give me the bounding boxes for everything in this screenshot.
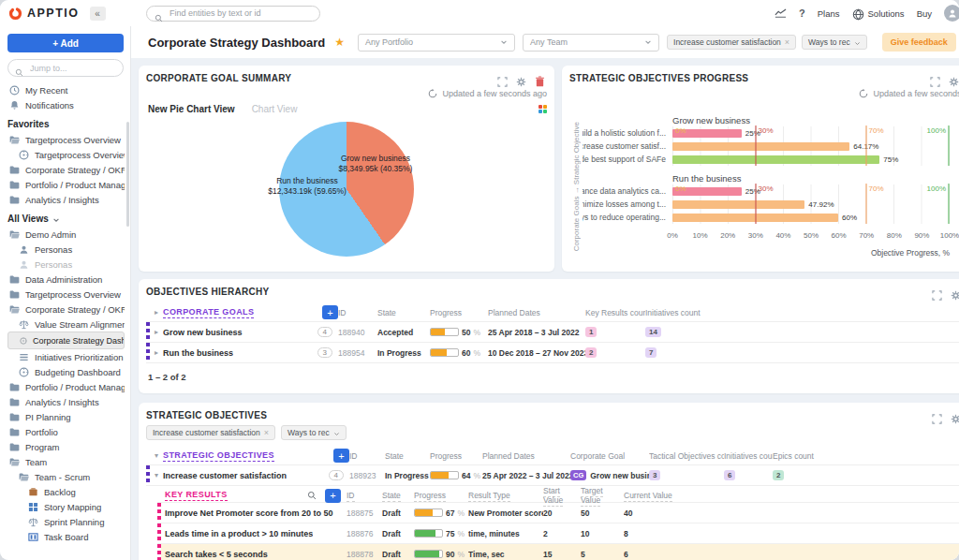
gear-icon[interactable] — [949, 74, 959, 84]
sidebar-item-program[interactable]: Program — [7, 439, 125, 454]
strategic-objectives-link[interactable]: STRATEGIC OBJECTIVES — [163, 450, 274, 462]
expand-icon[interactable] — [930, 74, 940, 84]
search-icon[interactable] — [307, 491, 317, 500]
sidebar-item-team-scrum[interactable]: Team - Scrum — [7, 469, 125, 484]
expand-icon[interactable] — [932, 287, 942, 298]
close-icon[interactable]: × — [264, 429, 269, 437]
column-header-tactical-objectives-count[interactable]: Tactical Objectives count — [649, 451, 724, 461]
column-header-state[interactable]: State — [382, 491, 414, 500]
jump-to-search[interactable] — [7, 59, 124, 77]
solutions-link[interactable]: Solutions — [852, 8, 905, 19]
sidebar-item-portfolio-product-manage[interactable]: Portfolio / Product Manage... — [7, 379, 125, 394]
gear-icon[interactable] — [951, 287, 959, 298]
sidebar-item-data-administration[interactable]: Data Administration — [7, 272, 125, 287]
key-result-row-search-takes-5-seconds[interactable]: Search takes < 5 seconds 188878 Draft 90… — [157, 544, 959, 560]
give-feedback-button[interactable]: Give feedback — [882, 33, 956, 52]
bar-minimize-losses-among-t[interactable] — [672, 200, 804, 209]
tactical-count-badge[interactable]: 3 — [649, 470, 660, 480]
add-button[interactable]: + Add — [7, 34, 124, 52]
expand-icon[interactable] — [497, 74, 508, 84]
tab-chart-view[interactable]: Chart View — [252, 104, 298, 114]
column-header-key-results-count[interactable]: Key Results count — [585, 308, 645, 317]
column-header-id[interactable]: ID — [347, 491, 382, 500]
sidebar-item-targetprocess-overview[interactable]: Targetprocess Overview — [7, 287, 125, 302]
refresh-icon[interactable] — [859, 89, 868, 98]
sidebar-item-targetprocess-overview[interactable]: Targetprocess Overview — [7, 147, 125, 162]
close-icon[interactable]: × — [785, 38, 789, 47]
sidebar-item-backlog[interactable]: Backlog — [7, 484, 125, 499]
tab-new-pie-chart-view[interactable]: New Pie Chart View — [148, 104, 235, 114]
corporate-goals-link[interactable]: CORPORATE GOALS — [163, 307, 254, 318]
global-search[interactable] — [146, 6, 320, 22]
sidebar-item-personas[interactable]: Personas — [7, 242, 125, 257]
sidebar-item-analytics-insights[interactable]: Analytics / Insights — [7, 192, 125, 207]
refresh-icon[interactable] — [428, 89, 437, 98]
bar-provide-best-support-of-safe[interactable] — [672, 155, 879, 164]
chevron-down-icon[interactable]: ▾ — [155, 471, 158, 479]
initiatives-count-badge[interactable]: 14 — [645, 327, 661, 337]
add-objective-button[interactable]: + — [333, 449, 349, 463]
initiatives-count-badge[interactable]: 7 — [645, 347, 657, 358]
column-header-state[interactable]: State — [377, 308, 430, 317]
sidebar-item-my-recent[interactable]: My Recent — [7, 82, 125, 97]
user-avatar[interactable] — [944, 5, 959, 22]
sidebar-item-value-stream-alignment[interactable]: Value Stream Alignment — [7, 317, 125, 332]
column-header-planned-dates[interactable]: Planned Dates — [482, 451, 570, 461]
add-key-result-button[interactable]: + — [325, 489, 341, 503]
filter-chip-ways-to-rec[interactable]: Ways to rec — [802, 35, 867, 50]
key-results-count-badge[interactable]: 2 — [585, 347, 597, 358]
column-header-progress[interactable]: Progress — [414, 491, 468, 500]
column-header-initiatives-count[interactable]: Initiatives count — [645, 308, 726, 317]
team-filter-select[interactable]: Any Team — [523, 34, 659, 52]
sidebar-item-corporate-strategy-okrs[interactable]: Corporate Strategy / OKRs — [7, 162, 125, 177]
chevron-down-icon[interactable] — [854, 39, 861, 46]
column-header-epics-count[interactable]: Epics count — [773, 451, 825, 461]
portfolio-filter-select[interactable]: Any Portfolio — [358, 34, 515, 52]
sidebar-item-team[interactable]: Team — [7, 454, 125, 469]
global-search-input[interactable] — [168, 7, 312, 19]
gear-icon[interactable] — [951, 411, 959, 421]
sidebar-item-portfolio[interactable]: Portfolio — [7, 424, 125, 439]
plans-link[interactable]: Plans — [818, 8, 840, 19]
filter-chip-increase-customer-satisfaction[interactable]: Increase customer satisfaction× — [146, 425, 275, 440]
favorite-star-icon[interactable]: ★ — [334, 36, 345, 49]
bar-increase-customer-satisf[interactable] — [672, 142, 849, 151]
chevron-right-icon[interactable]: ▸ — [155, 328, 158, 336]
chevron-right-icon[interactable]: ▸ — [155, 348, 158, 357]
column-header-target-value[interactable]: Target Value — [581, 486, 624, 505]
sidebar-scrollbar[interactable] — [126, 122, 129, 227]
jump-to-input[interactable] — [28, 63, 116, 74]
column-header-progress[interactable]: Progress — [430, 308, 488, 317]
column-header-initiatives-count[interactable]: Initiatives count — [724, 451, 773, 461]
buy-link[interactable]: Buy — [917, 8, 932, 19]
help-icon[interactable]: ? — [799, 7, 805, 19]
column-header-start-value[interactable]: Start Value — [543, 486, 581, 505]
sidebar-item-initiatives-prioritization[interactable]: Initiatives Prioritization — [7, 349, 125, 364]
sidebar-item-sprint-planning[interactable]: Sprint Planning — [7, 514, 125, 529]
trend-icon[interactable] — [775, 8, 787, 19]
sidebar-item-personas[interactable]: Personas — [7, 257, 125, 272]
sidebar-item-portfolio-product-manage[interactable]: Portfolio / Product Manage... — [7, 177, 125, 192]
sidebar-section-all-views[interactable]: All Views — [7, 211, 130, 227]
chevron-right-icon[interactable]: ▸ — [155, 308, 158, 317]
column-header-state[interactable]: State — [385, 451, 430, 461]
column-header-result-type[interactable]: Result Type — [468, 491, 543, 500]
sidebar-item-corporate-strategy-okrs[interactable]: Corporate Strategy / OKRs — [7, 302, 125, 317]
column-header-id[interactable]: ID — [349, 451, 385, 461]
sidebar-item-targetprocess-overview[interactable]: Targetprocess Overview — [7, 132, 125, 147]
filter-chip-ways-to-rec[interactable]: Ways to rec — [281, 425, 347, 440]
chevron-down-icon[interactable]: ▾ — [155, 451, 158, 460]
sidebar-item-corporate-strategy-dashb[interactable]: Corporate Strategy Dashb... — [7, 332, 125, 349]
sidebar-item-analytics-insights[interactable]: Analytics / Insights — [7, 394, 125, 409]
add-goal-button[interactable]: + — [322, 305, 338, 319]
expand-icon[interactable] — [932, 411, 942, 421]
key-results-link[interactable]: KEY RESULTS — [165, 490, 228, 501]
legend-icon[interactable] — [539, 105, 547, 113]
filter-chip-increase-customer-satisfaction[interactable]: Increase customer satisfaction× — [667, 35, 796, 50]
initiatives-count-badge[interactable]: 6 — [724, 470, 735, 480]
sidebar-item-demo-admin[interactable]: Demo Admin — [7, 227, 125, 242]
epics-count-badge[interactable]: 2 — [773, 470, 784, 480]
column-header-planned-dates[interactable]: Planned Dates — [488, 308, 585, 317]
column-header-current-value[interactable]: Current Value — [624, 491, 682, 500]
sidebar-item-story-mapping[interactable]: Story Mapping — [7, 499, 125, 514]
